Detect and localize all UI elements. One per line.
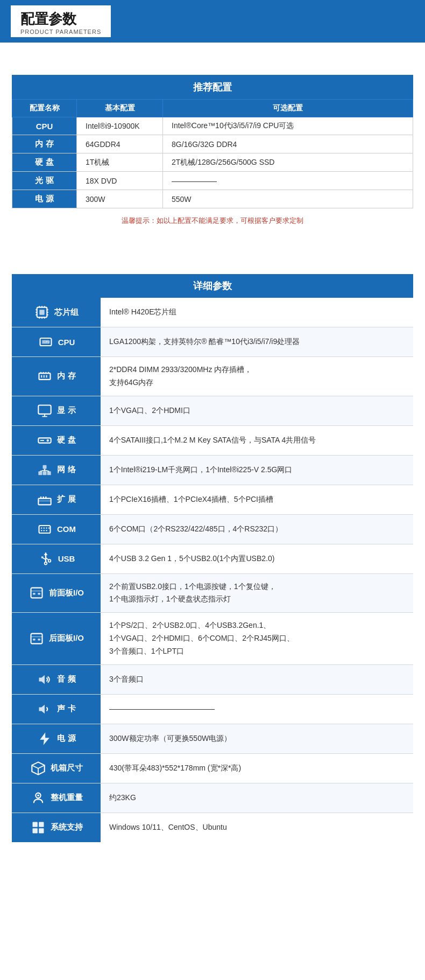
svg-rect-64 bbox=[33, 639, 36, 641]
svg-rect-73 bbox=[32, 822, 37, 827]
det-label-cell: CPU CPU bbox=[12, 327, 101, 357]
detail-row: 前面板I/O 2个前置USB2.0接口，1个电源按键，1个复位键，1个电源指示灯… bbox=[12, 573, 413, 613]
mem-icon bbox=[37, 368, 53, 384]
svg-rect-38 bbox=[39, 498, 51, 505]
det-val-cell: 1个PS/2口、2个USB2.0口、4个USB3.2Gen.1、1个VGA口、2… bbox=[101, 613, 413, 664]
header-title-box: 配置参数 PRODUCT PARAMETERS bbox=[11, 5, 111, 37]
det-val-cell: 1个VGA口、2个HDMI口 bbox=[101, 396, 413, 425]
svg-point-57 bbox=[44, 562, 47, 564]
svg-rect-43 bbox=[39, 526, 51, 533]
svg-line-69 bbox=[38, 765, 45, 768]
svg-text:CPU: CPU bbox=[43, 340, 49, 344]
det-label-cell: 芯片组 bbox=[12, 298, 101, 327]
rec-label: 内 存 bbox=[12, 135, 77, 153]
det-val-cell: 3个音频口 bbox=[101, 664, 413, 694]
detail-row: 系统支持 Windows 10/11、CentOS、Ubuntu bbox=[12, 813, 413, 842]
det-val-cell: 4个SATAIII接口,1个M.2 M Key SATA信号，与SATA 4共用… bbox=[101, 425, 413, 455]
svg-marker-66 bbox=[39, 675, 45, 683]
chip-icon bbox=[34, 304, 50, 320]
svg-point-44 bbox=[41, 527, 42, 528]
table-main-header: 推荐配置 bbox=[12, 75, 413, 100]
det-label-cell: 前面板I/O bbox=[12, 573, 101, 613]
detail-row: 音 频 3个音频口 bbox=[12, 664, 413, 694]
det-val-cell: 300W额定功率（可更换550W电源） bbox=[101, 724, 413, 753]
svg-point-47 bbox=[48, 527, 49, 528]
det-label-text: 显 示 bbox=[57, 405, 75, 416]
rec-basic: Intel®i9-10900K bbox=[77, 117, 163, 135]
detail-row: 硬 盘 4个SATAIII接口,1个M.2 M Key SATA信号，与SATA… bbox=[12, 425, 413, 455]
rec-optional: 2T机械/128G/256G/500G SSD bbox=[163, 153, 413, 172]
svg-rect-31 bbox=[39, 471, 42, 475]
det-val-cell: —————————————— bbox=[101, 694, 413, 724]
col-header-optional: 可选配置 bbox=[163, 100, 413, 117]
svg-rect-60 bbox=[33, 593, 36, 595]
svg-rect-61 bbox=[38, 593, 40, 595]
svg-rect-62 bbox=[31, 634, 42, 644]
det-label-cell: 机箱尺寸 bbox=[12, 753, 101, 783]
chassis-icon bbox=[30, 760, 46, 776]
svg-rect-19 bbox=[44, 375, 45, 377]
detail-table: 芯片组 Intel® H420E芯片组 CPU CPU LGA1200构架，支持… bbox=[12, 298, 413, 842]
detail-row: 整机重量 约23KG bbox=[12, 783, 413, 813]
svg-marker-67 bbox=[39, 704, 45, 713]
rec-basic: 1T机械 bbox=[77, 153, 163, 172]
det-label-cell: 后面板I/O bbox=[12, 613, 101, 664]
svg-line-37 bbox=[45, 470, 49, 471]
rec-optional: —————— bbox=[163, 172, 413, 190]
det-label-text: 网 络 bbox=[57, 465, 75, 475]
rec-row: 电 源 300W 550W bbox=[12, 190, 413, 208]
svg-point-54 bbox=[48, 559, 51, 562]
det-val-cell: 2个前置USB2.0接口，1个电源按键，1个复位键，1个电源指示灯，1个硬盘状态… bbox=[101, 573, 413, 613]
recommended-section: 推荐配置 配置名称 基本配置 可选配置 CPU Intel®i9-10900K … bbox=[12, 75, 413, 226]
reario-icon bbox=[29, 631, 45, 647]
det-label-cell: 硬 盘 bbox=[12, 425, 101, 455]
detail-row: 网 络 1个Intel®i219-LM千兆网口，1个Intel®i225-V 2… bbox=[12, 455, 413, 485]
col-header-name: 配置名称 bbox=[12, 100, 77, 117]
header-section: 配置参数 PRODUCT PARAMETERS bbox=[0, 0, 425, 43]
svg-rect-33 bbox=[47, 471, 51, 475]
svg-rect-75 bbox=[32, 828, 37, 833]
svg-point-46 bbox=[46, 527, 47, 528]
detail-row: 芯片组 Intel® H420E芯片组 bbox=[12, 298, 413, 327]
svg-point-49 bbox=[44, 530, 45, 531]
rec-label: 硬 盘 bbox=[12, 153, 77, 172]
col-header-row: 配置名称 基本配置 可选配置 bbox=[12, 100, 413, 117]
svg-point-29 bbox=[47, 439, 49, 442]
rec-row: CPU Intel®i9-10900K Intel®Core™10代i3/i5/… bbox=[12, 117, 413, 135]
det-label-cell: 系统支持 bbox=[12, 813, 101, 842]
audio-icon bbox=[37, 671, 53, 688]
rec-basic: 300W bbox=[77, 190, 163, 208]
det-val-cell: Intel® H420E芯片组 bbox=[101, 298, 413, 327]
header-title-en: PRODUCT PARAMETERS bbox=[20, 29, 101, 35]
detail-row: 机箱尺寸 430(带耳朵483)*552*178mm (宽*深*高) bbox=[12, 753, 413, 783]
detail-row: 声 卡 —————————————— bbox=[12, 694, 413, 724]
expand-icon bbox=[37, 492, 53, 508]
usb-icon bbox=[38, 551, 54, 567]
det-label-text: 声 卡 bbox=[57, 704, 75, 714]
det-val-cell: 430(带耳朵483)*552*178mm (宽*深*高) bbox=[101, 753, 413, 783]
det-val-cell: 2*DDR4 DIMM 2933/3200MHz 内存插槽，支持64G内存 bbox=[101, 357, 413, 396]
det-label-cell: 音 频 bbox=[12, 664, 101, 694]
svg-rect-25 bbox=[39, 405, 51, 414]
svg-rect-18 bbox=[41, 375, 42, 377]
det-label-text: 系统支持 bbox=[51, 822, 83, 832]
detail-row: 后面板I/O 1个PS/2口、2个USB2.0口、4个USB3.2Gen.1、1… bbox=[12, 613, 413, 664]
det-label-text: CPU bbox=[58, 338, 75, 347]
detail-row: USB 4个USB 3.2 Gen 1，5个USB2.0(1个内置USB2.0) bbox=[12, 544, 413, 573]
spacer-top bbox=[0, 43, 425, 75]
detail-row: 扩 展 1个PCIeX16插槽、1个PCIeX4插槽、5个PCI插槽 bbox=[12, 485, 413, 514]
det-label-cell: 声 卡 bbox=[12, 694, 101, 724]
svg-rect-74 bbox=[39, 822, 44, 827]
det-label-text: 前面板I/O bbox=[49, 588, 84, 598]
recommended-table: 推荐配置 配置名称 基本配置 可选配置 CPU Intel®i9-10900K … bbox=[12, 75, 413, 208]
svg-rect-1 bbox=[39, 310, 44, 314]
display-icon bbox=[37, 403, 53, 419]
det-label-text: 整机重量 bbox=[51, 793, 83, 803]
svg-rect-76 bbox=[39, 828, 44, 833]
svg-point-45 bbox=[44, 527, 45, 528]
det-label-text: 后面板I/O bbox=[49, 633, 84, 643]
detail-title: 详细参数 bbox=[12, 274, 413, 298]
det-label-cell: USB bbox=[12, 544, 101, 573]
det-label-cell: 网 络 bbox=[12, 455, 101, 485]
spacer-middle bbox=[0, 226, 425, 258]
